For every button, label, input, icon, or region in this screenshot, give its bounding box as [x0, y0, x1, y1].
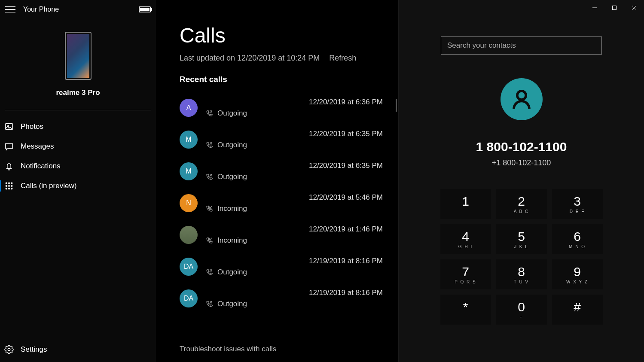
nav-label: Calls (in preview): [21, 182, 76, 190]
minimize-button[interactable]: [585, 0, 604, 15]
nav-list: PhotosMessagesNotificationsCalls (in pre…: [0, 117, 156, 339]
incoming-call-icon: [205, 205, 213, 213]
contact-avatar-initial: A: [180, 99, 198, 117]
device-preview[interactable]: realme 3 Pro: [0, 19, 156, 103]
key-digit: *: [463, 301, 468, 313]
svg-point-6: [6, 183, 7, 184]
troubleshoot-link[interactable]: Troubleshoot issues with calls: [180, 336, 383, 362]
window-controls: [585, 0, 644, 15]
last-updated-text: Last updated on 12/20/2019 at 10:24 PM: [180, 54, 320, 63]
call-meta: 12/20/2019 at 6:35 PM Outgoing: [205, 130, 383, 149]
key-letters: J K L: [514, 244, 528, 249]
call-time: 12/20/2019 at 6:35 PM: [205, 130, 383, 138]
svg-point-11: [11, 186, 12, 187]
call-item[interactable]: 12/20/2019 at 1:46 PM Incoming: [180, 219, 383, 251]
call-item[interactable]: M 12/20/2019 at 6:35 PM Outgoing: [180, 155, 383, 187]
call-item[interactable]: A 12/20/2019 at 6:36 PM Outgoing: [180, 92, 383, 124]
call-direction: Outgoing: [205, 109, 383, 118]
key-digit: 0: [518, 301, 525, 313]
settings-button[interactable]: Settings: [0, 339, 156, 362]
call-direction-label: Outgoing: [217, 109, 247, 118]
call-direction: Incoming: [205, 204, 383, 213]
recent-calls-title: Recent calls: [180, 75, 383, 84]
contact-avatar-initial: M: [180, 162, 198, 180]
call-direction-label: Outgoing: [217, 300, 247, 308]
nav-item-notifications[interactable]: Notifications: [0, 156, 156, 176]
dialpad-key-8[interactable]: 8T U V: [496, 259, 547, 289]
page-title: Calls: [180, 24, 383, 47]
dialpad-key-4[interactable]: 4G H I: [440, 224, 491, 254]
call-time: 12/20/2019 at 6:36 PM: [205, 98, 383, 106]
nav-item-photos[interactable]: Photos: [0, 117, 156, 137]
call-meta: 12/20/2019 at 6:35 PM Outgoing: [205, 161, 383, 181]
svg-point-16: [517, 91, 525, 100]
dialpad-key-0[interactable]: 0+: [496, 295, 547, 325]
dialpad-key-5[interactable]: 5J K L: [496, 224, 547, 254]
dialpad: 12A B C3D E F4G H I5J K L6M N O7P Q R S8…: [440, 189, 603, 325]
call-item[interactable]: DA 12/19/2019 at 8:16 PM Outgoing: [180, 251, 383, 283]
sidebar: Your Phone realme 3 Pro PhotosMessagesNo…: [0, 0, 156, 362]
device-name: realme 3 Pro: [56, 88, 100, 97]
refresh-link[interactable]: Refresh: [329, 54, 356, 63]
call-direction: Outgoing: [205, 141, 383, 149]
call-meta: 12/20/2019 at 6:36 PM Outgoing: [205, 98, 383, 118]
call-direction: Outgoing: [205, 300, 383, 308]
nav-label: Photos: [21, 122, 43, 131]
call-direction-label: Incoming: [217, 236, 247, 245]
calls-icon: [4, 181, 14, 191]
call-meta: 12/20/2019 at 1:46 PM Incoming: [205, 225, 383, 245]
call-item[interactable]: N 12/20/2019 at 5:46 PM Incoming: [180, 187, 383, 219]
call-item[interactable]: M 12/20/2019 at 6:35 PM Outgoing: [180, 124, 383, 155]
key-digit: 1: [462, 195, 469, 208]
key-digit: 2: [518, 195, 525, 208]
maximize-button[interactable]: [604, 0, 624, 15]
key-letters: M N O: [569, 244, 586, 249]
scrollbar-thumb[interactable]: [396, 99, 397, 112]
nav-item-messages[interactable]: Messages: [0, 137, 156, 156]
svg-point-13: [9, 188, 10, 189]
contact-number: 1 800-102-1100: [476, 140, 567, 154]
contact-avatar: [501, 78, 543, 120]
settings-label: Settings: [21, 345, 47, 354]
svg-point-8: [11, 183, 12, 184]
divider: [5, 110, 151, 110]
phone-frame-icon: [65, 32, 92, 80]
call-time: 12/19/2019 at 8:16 PM: [205, 289, 383, 297]
key-digit: 8: [518, 265, 525, 278]
key-letters: T U V: [514, 280, 529, 284]
outgoing-call-icon: [205, 300, 213, 308]
messages-icon: [4, 142, 14, 151]
key-letters: A B C: [514, 209, 529, 213]
outgoing-call-icon: [205, 110, 213, 117]
dialpad-key-3[interactable]: 3D E F: [552, 189, 603, 219]
person-icon: [510, 88, 533, 111]
call-meta: 12/20/2019 at 5:46 PM Incoming: [205, 193, 383, 213]
search-contacts-input[interactable]: [441, 37, 602, 55]
dialpad-key-7[interactable]: 7P Q R S: [440, 259, 491, 289]
contact-avatar-initial: M: [180, 131, 198, 149]
dialpad-key-#[interactable]: #: [552, 295, 603, 325]
dialpad-key-6[interactable]: 6M N O: [552, 224, 603, 254]
dialpad-key-1[interactable]: 1: [440, 189, 491, 219]
incoming-call-icon: [205, 237, 213, 244]
hamburger-menu-icon[interactable]: [5, 4, 15, 15]
contact-avatar-initial: DA: [180, 289, 198, 307]
dialpad-key-*[interactable]: *: [440, 295, 491, 325]
key-letters: G H I: [458, 244, 473, 249]
nav-item-calls[interactable]: Calls (in preview): [0, 176, 156, 196]
key-digit: #: [574, 301, 581, 313]
key-digit: 4: [462, 230, 469, 243]
dialpad-key-2[interactable]: 2A B C: [496, 189, 547, 219]
call-direction: Incoming: [205, 236, 383, 245]
call-item[interactable]: DA 12/19/2019 at 8:16 PM Outgoing: [180, 283, 383, 314]
key-digit: 5: [518, 230, 525, 243]
key-letters: W X Y Z: [566, 280, 588, 284]
nav-label: Notifications: [21, 162, 61, 170]
calls-panel: Calls Last updated on 12/20/2019 at 10:2…: [156, 0, 399, 362]
outgoing-call-icon: [205, 268, 213, 276]
dialpad-key-9[interactable]: 9W X Y Z: [552, 259, 603, 289]
battery-icon: [139, 6, 151, 12]
close-button[interactable]: [624, 0, 644, 15]
key-digit: 6: [574, 230, 581, 243]
last-updated-row: Last updated on 12/20/2019 at 10:24 PM R…: [180, 54, 383, 63]
